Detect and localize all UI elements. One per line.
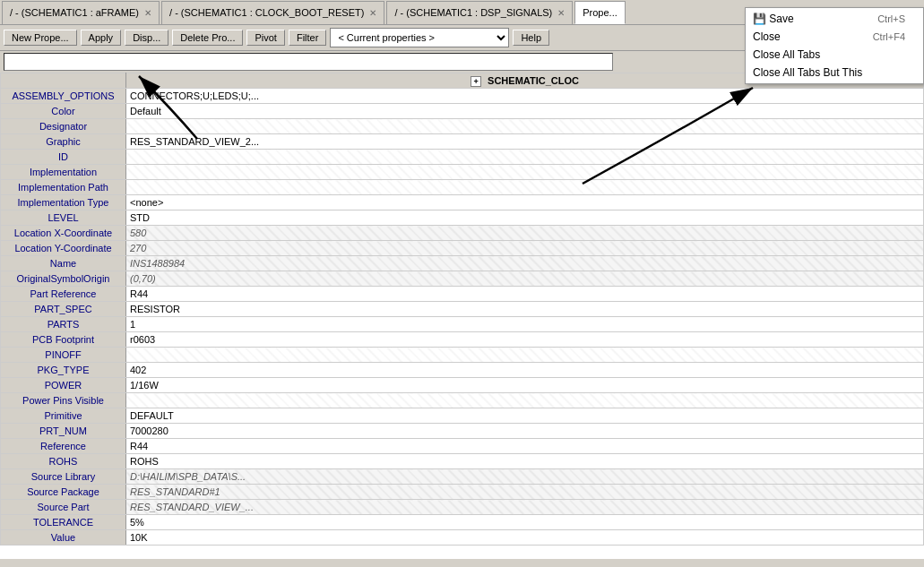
prop-name-cell: Source Part: [1, 500, 126, 515]
tab-aframe-label: / - (SCHEMATIC1 : aFRAME): [10, 7, 139, 18]
prop-value-cell[interactable]: [126, 180, 924, 195]
prop-name-cell: OriginalSymbolOrigin: [1, 271, 126, 287]
table-row: Implementation Path: [1, 180, 924, 195]
prop-value-cell[interactable]: r0603: [126, 332, 924, 348]
table-row: PKG_TYPE402: [1, 363, 924, 378]
menu-close-shortcut: Ctrl+F4: [873, 31, 905, 42]
menu-close[interactable]: Close Ctrl+F4: [746, 28, 923, 46]
prop-value-cell[interactable]: 270: [126, 241, 924, 256]
table-row: Designator: [1, 119, 924, 134]
table-row: PCB Footprintr0603: [1, 332, 924, 348]
prop-name-cell: Name: [1, 256, 126, 271]
help-button[interactable]: Help: [513, 30, 549, 46]
filter-select[interactable]: < Current properties >: [330, 28, 509, 47]
prop-name-cell: Power Pins Visible: [1, 393, 126, 408]
prop-name-cell: PARTS: [1, 317, 126, 332]
tab-aframe[interactable]: / - (SCHEMATIC1 : aFRAME) ✕: [2, 1, 160, 24]
prop-value-cell[interactable]: 580: [126, 226, 924, 241]
table-row: Source LibraryD:\HAILIM\SPB_DATA\S...: [1, 469, 924, 485]
prop-value-cell[interactable]: 5%: [126, 515, 924, 530]
prop-value-cell[interactable]: RESISTOR: [126, 302, 924, 317]
prop-value-cell[interactable]: [126, 165, 924, 180]
table-row: PINOFF: [1, 348, 924, 363]
prop-value-cell[interactable]: DEFAULT: [126, 408, 924, 424]
table-row: PrimitiveDEFAULT: [1, 408, 924, 424]
disp-button[interactable]: Disp...: [125, 30, 168, 46]
menu-close-all-but-this[interactable]: Close All Tabs But This: [746, 64, 923, 82]
header-name-col: [1, 73, 126, 89]
prop-value-cell[interactable]: RES_STANDARD#1: [126, 485, 924, 500]
prop-name-cell: TOLERANCE: [1, 515, 126, 530]
prop-value-cell[interactable]: [126, 119, 924, 134]
table-row: PRT_NUM7000280: [1, 424, 924, 439]
menu-close-all-label: Close All Tabs: [753, 48, 820, 61]
prop-name-cell: Location X-Coordinate: [1, 226, 126, 241]
table-row: Source PackageRES_STANDARD#1: [1, 485, 924, 500]
prop-name-cell: Graphic: [1, 134, 126, 150]
prop-value-cell[interactable]: Default: [126, 104, 924, 119]
table-row: GraphicRES_STANDARD_VIEW_2...: [1, 134, 924, 150]
table-row: Location X-Coordinate580: [1, 226, 924, 241]
new-props-button[interactable]: New Prope...: [4, 30, 77, 46]
table-row: ID: [1, 150, 924, 165]
pivot-button[interactable]: Pivot: [246, 30, 284, 46]
header-col1-label: SCHEMATIC_CLOC: [488, 75, 579, 86]
tab-aframe-close[interactable]: ✕: [144, 8, 151, 18]
prop-value-cell[interactable]: RES_STANDARD_VIEW_2...: [126, 134, 924, 150]
prop-name-cell: PINOFF: [1, 348, 126, 363]
prop-name-cell: LEVEL: [1, 210, 126, 226]
prop-name-cell: Source Library: [1, 469, 126, 485]
prop-value-cell[interactable]: 7000280: [126, 424, 924, 439]
menu-close-all-tabs[interactable]: Close All Tabs: [746, 46, 923, 64]
tab-properties[interactable]: Prope...: [574, 1, 626, 24]
expand-icon[interactable]: +: [471, 76, 481, 87]
delete-pro-button[interactable]: Delete Pro...: [172, 30, 243, 46]
prop-name-cell: ROHS: [1, 454, 126, 469]
table-row: NameINS1488984: [1, 256, 924, 271]
prop-name-cell: Reference: [1, 439, 126, 454]
menu-save[interactable]: 💾 Save Ctrl+S: [746, 10, 923, 28]
prop-value-cell[interactable]: <none>: [126, 195, 924, 210]
prop-value-cell[interactable]: INS1488984: [126, 256, 924, 271]
prop-value-cell[interactable]: RES_STANDARD_VIEW_...: [126, 500, 924, 515]
filter-button[interactable]: Filter: [289, 30, 326, 46]
prop-name-cell: Implementation Path: [1, 180, 126, 195]
tab-dsp-close[interactable]: ✕: [557, 8, 565, 18]
menu-close-label: Close: [753, 30, 781, 43]
tab-dsp[interactable]: / - (SCHEMATIC1 : DSP_SIGNALS) ✕: [386, 1, 573, 24]
menu-close-all-but-label: Close All Tabs But This: [753, 66, 862, 79]
prop-value-cell[interactable]: ROHS: [126, 454, 924, 469]
prop-value-cell[interactable]: STD: [126, 210, 924, 226]
table-row: ROHSROHS: [1, 454, 924, 469]
context-menu: 💾 Save Ctrl+S Close Ctrl+F4 Close All Ta…: [745, 7, 924, 84]
tab-clock-close[interactable]: ✕: [369, 8, 376, 18]
table-row: PART_SPECRESISTOR: [1, 302, 924, 317]
prop-name-cell: Implementation: [1, 165, 126, 180]
tab-properties-label: Prope...: [583, 7, 617, 18]
prop-value-cell[interactable]: R44: [126, 439, 924, 454]
prop-name-cell: Color: [1, 104, 126, 119]
prop-value-cell[interactable]: 10K: [126, 530, 924, 546]
prop-value-cell[interactable]: D:\HAILIM\SPB_DATA\S...: [126, 469, 924, 485]
prop-value-cell[interactable]: CONNECTORS;U;LEDS;U;...: [126, 89, 924, 104]
prop-value-cell[interactable]: [126, 348, 924, 363]
table-row: Implementation: [1, 165, 924, 180]
prop-value-cell[interactable]: R44: [126, 287, 924, 302]
table-row: LEVELSTD: [1, 210, 924, 226]
table-row: ColorDefault: [1, 104, 924, 119]
prop-name-cell: Designator: [1, 119, 126, 134]
search-input[interactable]: [4, 53, 613, 71]
apply-button[interactable]: Apply: [81, 30, 122, 46]
prop-value-cell[interactable]: (0,70): [126, 271, 924, 287]
prop-value-cell[interactable]: 1: [126, 317, 924, 332]
tab-dsp-label: / - (SCHEMATIC1 : DSP_SIGNALS): [394, 7, 552, 18]
prop-value-cell[interactable]: 1/16W: [126, 378, 924, 393]
prop-value-cell[interactable]: [126, 393, 924, 408]
table-row: ReferenceR44: [1, 439, 924, 454]
prop-value-cell[interactable]: [126, 150, 924, 165]
prop-name-cell: Implementation Type: [1, 195, 126, 210]
table-row: Value10K: [1, 530, 924, 546]
prop-value-cell[interactable]: 402: [126, 363, 924, 378]
prop-name-cell: POWER: [1, 378, 126, 393]
tab-clock[interactable]: / - (SCHEMATIC1 : CLOCK_BOOT_RESET) ✕: [161, 1, 384, 24]
